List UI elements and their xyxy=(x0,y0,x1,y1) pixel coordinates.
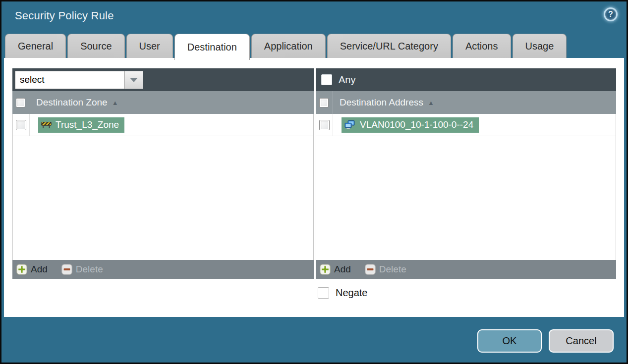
ok-button[interactable]: OK xyxy=(477,329,542,353)
column-header-destination-address[interactable]: Destination Address xyxy=(340,97,423,108)
zone-panel-toolbar xyxy=(12,68,314,91)
zone-column-header-row: Destination Zone ▲ xyxy=(12,91,314,114)
tab-usage[interactable]: Usage xyxy=(513,34,567,58)
plus-icon xyxy=(320,264,331,275)
minus-icon xyxy=(365,264,376,275)
table-row: VLAN0100_10-1-100-0--24 xyxy=(316,114,616,136)
any-address-checkbox[interactable] xyxy=(321,74,332,85)
add-zone-button[interactable]: Add xyxy=(16,264,48,275)
help-icon[interactable]: ? xyxy=(604,7,618,21)
tab-general[interactable]: General xyxy=(5,34,66,58)
title-bar: Security Policy Rule ? xyxy=(1,1,627,32)
negate-option: Negate xyxy=(318,287,368,299)
network-address-icon xyxy=(344,120,356,129)
tab-service-url-category[interactable]: Service/URL Category xyxy=(327,34,451,58)
zone-chip[interactable]: Trust_L3_Zone xyxy=(38,117,124,133)
tab-destination[interactable]: Destination xyxy=(174,34,250,60)
tab-bar: General Source User Destination Applicat… xyxy=(5,34,567,58)
address-chip[interactable]: VLAN0100_10-1-100-0--24 xyxy=(342,117,479,133)
tab-user[interactable]: User xyxy=(126,34,173,58)
delete-address-label: Delete xyxy=(379,264,406,275)
cancel-button[interactable]: Cancel xyxy=(549,329,614,353)
dialog-title: Security Policy Rule xyxy=(15,9,114,22)
negate-label: Negate xyxy=(336,287,368,299)
address-row-checkbox[interactable] xyxy=(319,120,330,130)
address-column-header-row: Destination Address ▲ xyxy=(316,91,616,114)
destination-address-panel: Any Destination Address ▲ xyxy=(316,68,616,279)
tab-actions[interactable]: Actions xyxy=(453,34,511,58)
address-panel-footer: Add Delete xyxy=(316,260,616,279)
zone-chip-label: Trust_L3_Zone xyxy=(56,119,119,130)
sort-asc-icon: ▲ xyxy=(112,99,118,106)
negate-checkbox[interactable] xyxy=(318,287,329,299)
dropdown-button[interactable] xyxy=(124,71,143,89)
chevron-down-icon xyxy=(130,78,138,82)
address-panel-toolbar: Any xyxy=(316,68,616,91)
delete-zone-label: Delete xyxy=(76,264,103,275)
minus-icon xyxy=(61,264,72,275)
tab-application[interactable]: Application xyxy=(251,34,326,58)
select-all-zones-checkbox[interactable] xyxy=(16,98,25,107)
destination-tab-content: Destination Zone ▲ xyxy=(4,58,624,317)
zone-icon xyxy=(41,121,52,129)
column-header-destination-zone[interactable]: Destination Zone xyxy=(36,97,108,108)
zone-row-checkbox[interactable] xyxy=(16,120,26,130)
any-address-label: Any xyxy=(339,74,355,86)
add-zone-label: Add xyxy=(31,264,48,275)
destination-zone-panel: Destination Zone ▲ xyxy=(12,68,314,279)
sort-asc-icon: ▲ xyxy=(428,99,434,106)
add-address-label: Add xyxy=(334,264,351,275)
zone-filter-input[interactable] xyxy=(15,71,124,89)
select-all-addresses-checkbox[interactable] xyxy=(319,98,329,107)
table-row: Trust_L3_Zone xyxy=(13,114,313,136)
address-chip-label: VLAN0100_10-1-100-0--24 xyxy=(360,119,473,130)
plus-icon xyxy=(16,264,27,275)
delete-zone-button[interactable]: Delete xyxy=(61,264,103,275)
delete-address-button[interactable]: Delete xyxy=(365,264,406,275)
zone-list: Trust_L3_Zone xyxy=(12,114,314,260)
add-address-button[interactable]: Add xyxy=(320,264,351,275)
address-list: VLAN0100_10-1-100-0--24 xyxy=(316,114,616,260)
tab-source[interactable]: Source xyxy=(67,34,124,58)
security-policy-rule-dialog: Security Policy Rule ? General Source Us… xyxy=(0,0,628,364)
zone-panel-footer: Add Delete xyxy=(12,260,314,279)
zone-filter-combobox xyxy=(15,71,143,89)
